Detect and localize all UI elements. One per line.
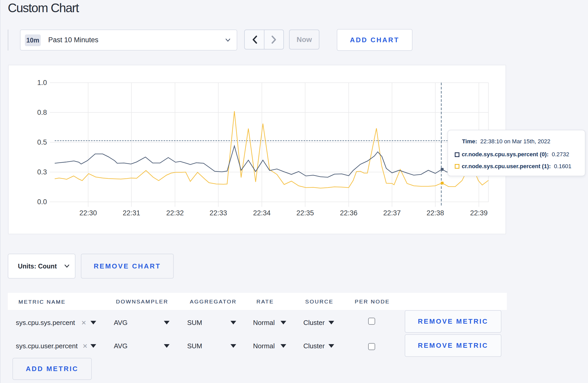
svg-text:0.8: 0.8 [37, 109, 47, 116]
svg-text:22:33: 22:33 [209, 209, 227, 217]
svg-text:22:31: 22:31 [123, 209, 140, 217]
svg-text:0.5: 0.5 [37, 138, 47, 146]
svg-text:22:36: 22:36 [340, 209, 358, 217]
svg-text:22:39: 22:39 [470, 209, 488, 217]
svg-text:22:37: 22:37 [383, 209, 401, 217]
svg-text:0.3: 0.3 [37, 168, 47, 176]
svg-text:0.0: 0.0 [37, 198, 47, 206]
svg-text:1.0: 1.0 [37, 79, 47, 87]
svg-text:22:34: 22:34 [253, 209, 271, 217]
svg-text:22:30: 22:30 [79, 209, 97, 217]
svg-text:22:35: 22:35 [296, 209, 314, 217]
svg-text:22:32: 22:32 [166, 209, 184, 217]
svg-text:22:38: 22:38 [426, 209, 444, 217]
